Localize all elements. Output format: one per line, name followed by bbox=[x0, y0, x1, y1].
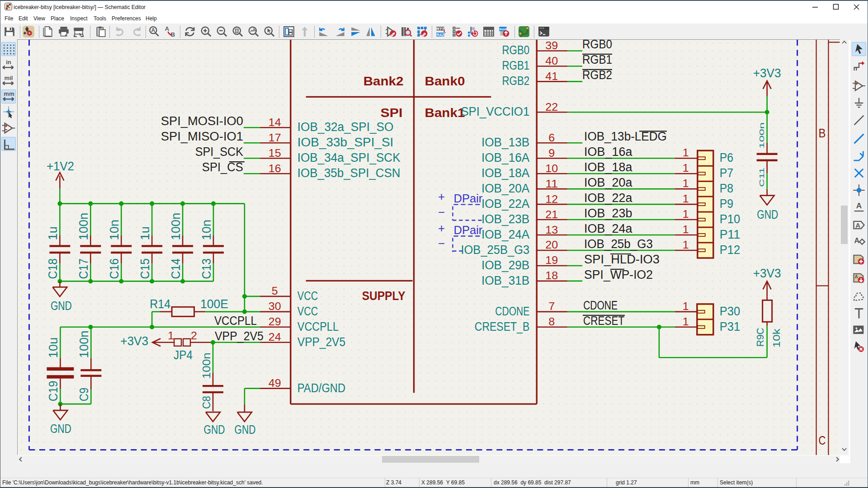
svg-text:IOB_35b_SPI_CSN: IOB_35b_SPI_CSN bbox=[297, 166, 401, 180]
svg-text:Bank0: Bank0 bbox=[425, 74, 465, 88]
svg-text:IOB_13b-LEDG: IOB_13b-LEDG bbox=[584, 130, 667, 143]
svg-text:IOB_29B: IOB_29B bbox=[481, 258, 529, 272]
svg-text:1: 1 bbox=[683, 162, 689, 174]
svg-text:SPI_CS: SPI_CS bbox=[202, 160, 243, 174]
svg-text:SPI_VCCIO1: SPI_VCCIO1 bbox=[461, 105, 529, 118]
svg-text:IOB_33b_SPI_SI: IOB_33b_SPI_SI bbox=[297, 136, 394, 149]
svg-text:100n: 100n bbox=[169, 213, 183, 240]
svg-text:30: 30 bbox=[269, 300, 281, 312]
svg-text:C15: C15 bbox=[138, 258, 152, 279]
svg-text:IOB_32a_SPI_SO: IOB_32a_SPI_SO bbox=[297, 120, 394, 134]
svg-text:A: A bbox=[856, 201, 862, 210]
svg-text:DPair: DPair bbox=[453, 223, 482, 237]
svg-text:1: 1 bbox=[683, 223, 689, 235]
svg-text:R??: R?? bbox=[436, 27, 444, 31]
svg-text:IOB_18A: IOB_18A bbox=[481, 166, 529, 180]
svg-text:IOB_18a: IOB_18a bbox=[584, 160, 632, 174]
svg-text:Bank2: Bank2 bbox=[363, 74, 404, 88]
svg-text:49: 49 bbox=[269, 377, 281, 389]
svg-text:6: 6 bbox=[548, 131, 555, 144]
svg-text:1: 1 bbox=[683, 315, 689, 328]
svg-text:SPI_WP-IO2: SPI_WP-IO2 bbox=[584, 268, 653, 282]
svg-text:29: 29 bbox=[269, 315, 281, 328]
svg-text:VPP_2V5: VPP_2V5 bbox=[297, 335, 345, 349]
svg-text:1: 1 bbox=[683, 300, 689, 312]
svg-text:P10: P10 bbox=[720, 212, 741, 226]
svg-text:IOB_24A: IOB_24A bbox=[481, 228, 529, 241]
svg-text:RGB2: RGB2 bbox=[502, 74, 530, 88]
svg-text:−: − bbox=[438, 237, 445, 250]
svg-text:39: 39 bbox=[545, 39, 558, 52]
svg-text:P8: P8 bbox=[720, 182, 733, 195]
svg-text:SPI_SCK: SPI_SCK bbox=[195, 145, 243, 159]
svg-text:C11: C11 bbox=[758, 168, 765, 187]
svg-text:IOB_25B_G3: IOB_25B_G3 bbox=[461, 243, 529, 257]
svg-text:IOB_34a_SPI_SCK: IOB_34a_SPI_SCK bbox=[297, 151, 401, 164]
svg-text:SPI_MISO-IO1: SPI_MISO-IO1 bbox=[161, 130, 243, 143]
svg-text:100n: 100n bbox=[77, 213, 90, 240]
svg-text:VPP_2V5: VPP_2V5 bbox=[215, 329, 264, 343]
svg-text:24: 24 bbox=[269, 331, 281, 343]
svg-text:C9: C9 bbox=[77, 388, 91, 401]
svg-text:R42: R42 bbox=[436, 33, 444, 37]
svg-text:mil: mil bbox=[5, 75, 13, 81]
svg-text:IOB_20A: IOB_20A bbox=[481, 182, 529, 195]
svg-text:A: A bbox=[854, 236, 860, 244]
svg-text:IOB_13B: IOB_13B bbox=[481, 136, 529, 149]
svg-text:5: 5 bbox=[272, 285, 278, 297]
svg-text:CDONE: CDONE bbox=[583, 299, 618, 312]
svg-text:P6: P6 bbox=[720, 151, 733, 164]
svg-text:CRESET_B: CRESET_B bbox=[475, 320, 529, 333]
svg-text:VCCPLL: VCCPLL bbox=[214, 314, 257, 328]
svg-text:12: 12 bbox=[545, 193, 558, 205]
svg-text:R14: R14 bbox=[150, 297, 170, 311]
svg-text:−: − bbox=[438, 206, 445, 219]
svg-text:1u: 1u bbox=[46, 226, 60, 240]
svg-text:IOB_23b: IOB_23b bbox=[584, 206, 632, 220]
svg-text:GND: GND bbox=[204, 423, 225, 436]
svg-text:40: 40 bbox=[545, 55, 558, 67]
svg-text:RGB1: RGB1 bbox=[502, 59, 530, 72]
svg-text:mm: mm bbox=[4, 90, 14, 97]
svg-text:GND: GND bbox=[757, 208, 778, 221]
svg-text:SPI_MOSI-IO0: SPI_MOSI-IO0 bbox=[161, 114, 243, 128]
svg-text:7: 7 bbox=[548, 300, 555, 312]
svg-text:20: 20 bbox=[545, 239, 558, 251]
svg-text:2: 2 bbox=[191, 329, 197, 342]
svg-text:A: A bbox=[165, 26, 170, 32]
svg-text:10n: 10n bbox=[108, 220, 121, 240]
svg-text:VCC: VCC bbox=[297, 305, 318, 318]
svg-text:GND: GND bbox=[50, 422, 71, 436]
svg-text:10: 10 bbox=[545, 162, 558, 174]
svg-text:SPI_HLD-IO3: SPI_HLD-IO3 bbox=[584, 253, 660, 266]
svg-text:100E: 100E bbox=[200, 297, 228, 311]
svg-text:C8: C8 bbox=[200, 396, 212, 409]
svg-text:R9C: R9C bbox=[754, 328, 766, 347]
svg-text:CDONE: CDONE bbox=[495, 305, 529, 318]
svg-text:P12: P12 bbox=[720, 243, 741, 257]
svg-text:C17: C17 bbox=[77, 258, 90, 279]
svg-text:P31: P31 bbox=[720, 320, 741, 333]
svg-text:1: 1 bbox=[683, 239, 689, 251]
svg-text:14: 14 bbox=[269, 116, 281, 128]
svg-text:IOB_22a: IOB_22a bbox=[584, 191, 632, 205]
svg-text:IOB_31B: IOB_31B bbox=[481, 274, 529, 287]
svg-text:C19: C19 bbox=[47, 381, 60, 402]
svg-text:+3V3: +3V3 bbox=[753, 267, 781, 280]
svg-text:A: A bbox=[854, 274, 858, 279]
svg-text:1: 1 bbox=[168, 329, 174, 342]
svg-text:PAD/GND: PAD/GND bbox=[297, 381, 345, 395]
svg-text:100n: 100n bbox=[758, 122, 765, 149]
svg-text:IOB_16a: IOB_16a bbox=[584, 145, 632, 159]
svg-text:VCCPLL: VCCPLL bbox=[297, 320, 339, 333]
svg-text:17: 17 bbox=[269, 131, 281, 144]
svg-text:+1V2: +1V2 bbox=[47, 160, 74, 173]
svg-text:C16: C16 bbox=[108, 258, 121, 279]
svg-text:in: in bbox=[6, 59, 11, 66]
svg-text:C: C bbox=[819, 433, 826, 447]
svg-text:IOB_25b_G3: IOB_25b_G3 bbox=[584, 237, 653, 251]
svg-text:22: 22 bbox=[545, 101, 558, 113]
svg-text:SPI: SPI bbox=[381, 106, 403, 120]
svg-text:100n: 100n bbox=[77, 330, 91, 358]
svg-text:+3V3: +3V3 bbox=[753, 66, 781, 80]
